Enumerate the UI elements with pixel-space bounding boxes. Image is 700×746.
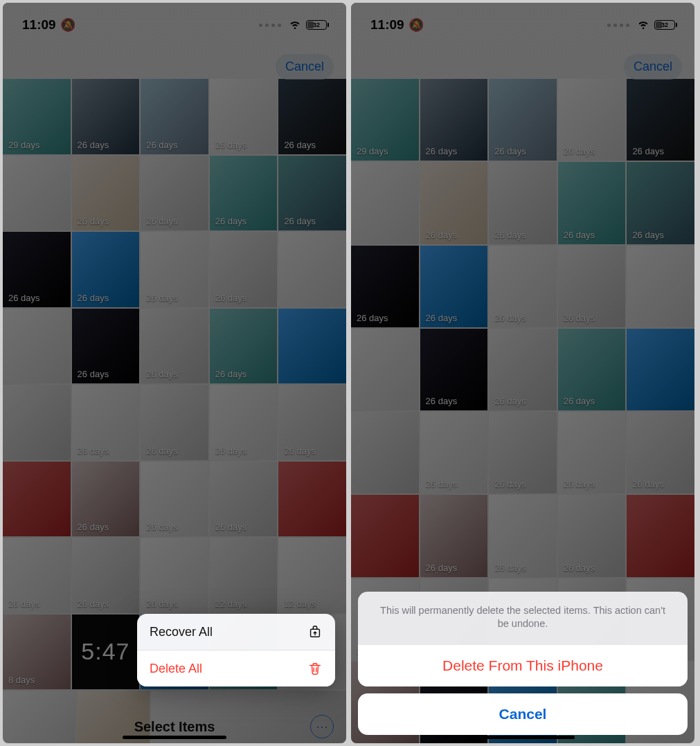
context-menu: Recover All Delete All	[137, 614, 335, 686]
phone-left: 29 days 26 days 26 days 26 days 26 days …	[3, 3, 346, 743]
action-sheet-message: This will permanently delete the selecte…	[358, 592, 688, 645]
home-indicator[interactable]	[471, 736, 575, 739]
action-sheet: This will permanently delete the selecte…	[358, 592, 688, 735]
delete-from-iphone-button[interactable]: Delete From This iPhone	[358, 645, 688, 686]
recover-icon	[307, 624, 323, 639]
home-indicator[interactable]	[123, 736, 226, 739]
trash-icon	[307, 661, 323, 676]
screen: 29 days 26 days 26 days 26 days 26 days …	[3, 3, 346, 743]
delete-all-item[interactable]: Delete All	[137, 650, 335, 686]
recover-all-item[interactable]: Recover All	[137, 614, 335, 650]
action-group: This will permanently delete the selecte…	[358, 592, 688, 686]
menu-item-label: Recover All	[150, 625, 213, 639]
action-sheet-cancel-button[interactable]: Cancel	[358, 693, 688, 735]
phone-right: 29 days 26 days 26 days 26 days 26 days …	[351, 3, 694, 743]
menu-item-label: Delete All	[150, 662, 202, 676]
screen: 29 days 26 days 26 days 26 days 26 days …	[351, 3, 694, 743]
